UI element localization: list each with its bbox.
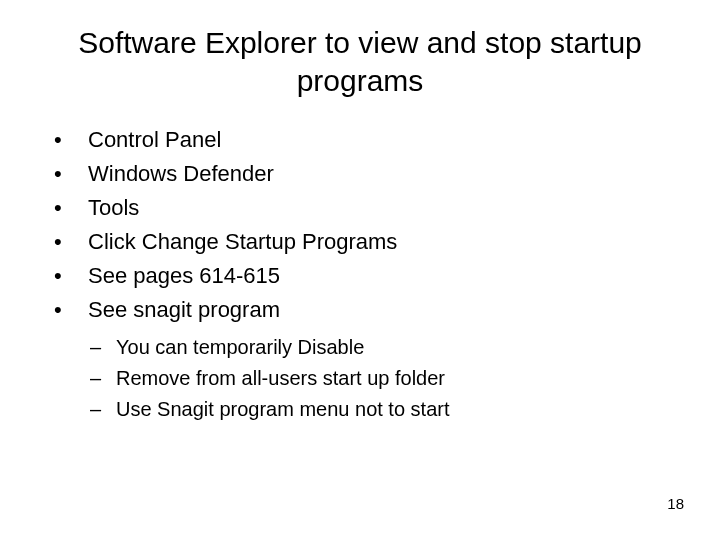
list-item: Use Snagit program menu not to start — [86, 394, 720, 425]
slide-title: Software Explorer to view and stop start… — [60, 24, 660, 99]
list-item: See pages 614-615 — [48, 259, 720, 293]
page-number: 18 — [667, 495, 684, 512]
list-item: Tools — [48, 191, 720, 225]
list-item: You can temporarily Disable — [86, 332, 720, 363]
list-item: Remove from all-users start up folder — [86, 363, 720, 394]
list-item: See snagit program — [48, 293, 720, 327]
list-item: Control Panel — [48, 123, 720, 157]
bullet-list: Control Panel Windows Defender Tools Cli… — [48, 123, 720, 328]
sub-bullet-list: You can temporarily Disable Remove from … — [86, 332, 720, 425]
list-item: Click Change Startup Programs — [48, 225, 720, 259]
list-item: Windows Defender — [48, 157, 720, 191]
